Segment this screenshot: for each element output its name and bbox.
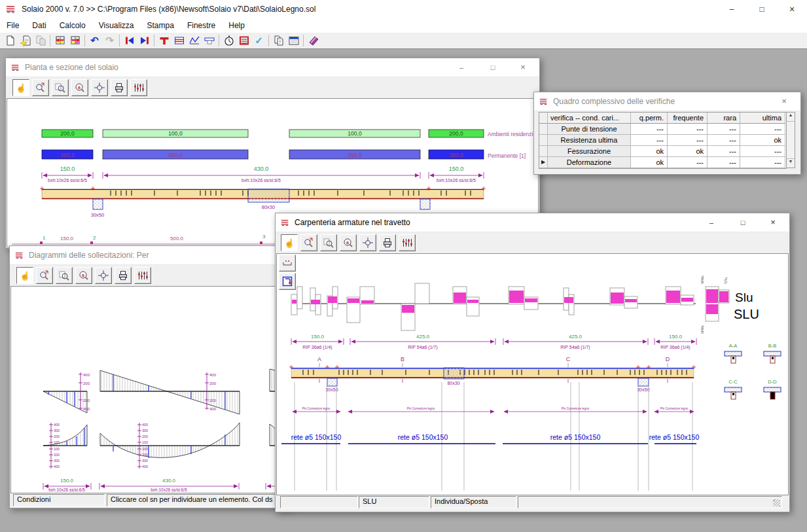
col-rara[interactable]: rara [708, 113, 740, 124]
close-icon[interactable]: × [758, 213, 788, 231]
check-calc-button[interactable]: ✓ [251, 33, 266, 48]
section-view-button[interactable] [156, 33, 171, 48]
diagrams-view-button[interactable] [187, 33, 202, 48]
display-options-button[interactable] [134, 267, 151, 284]
svg-text:200: 200 [209, 399, 217, 402]
svg-text:RIP 36a6 (1/4): RIP 36a6 (1/4) [302, 345, 332, 350]
menu-help[interactable]: Help [222, 18, 251, 33]
edit-data-icon [20, 35, 31, 46]
svg-text:C: C [566, 356, 571, 363]
zoom-dynamic-button[interactable] [300, 234, 317, 251]
center-view-button[interactable] [91, 79, 108, 96]
col-ultima[interactable]: ultima [740, 113, 785, 124]
minimize-icon[interactable]: – [696, 213, 726, 231]
table-next-button[interactable] [67, 33, 82, 48]
window-icon [10, 63, 20, 72]
undo-button[interactable]: ↶ [87, 33, 102, 48]
svg-text:300: 300 [142, 429, 148, 433]
slu-label-big: SLU [734, 307, 759, 321]
section-tool-button[interactable] [279, 255, 296, 272]
resize-grip[interactable] [773, 499, 780, 506]
svg-text:rete ø5 150x150: rete ø5 150x150 [398, 433, 448, 441]
menu-dati[interactable]: Dati [26, 18, 52, 33]
svg-text:Pin Connettore legno: Pin Connettore legno [407, 407, 435, 410]
printer-icon [382, 237, 393, 249]
print-pages-button[interactable] [271, 33, 286, 48]
rotate-tool-button[interactable] [279, 273, 296, 290]
print-button[interactable] [111, 79, 128, 96]
col-qperm[interactable]: q.perm. [631, 113, 668, 124]
crosshair-icon [98, 270, 109, 281]
carpenteria-titlebar[interactable]: Carpenteria armature nel travetto – □ × [276, 213, 789, 232]
col-frequente[interactable]: frequente [668, 113, 708, 124]
next-element-button[interactable] [137, 33, 152, 48]
zoom-dynamic-button[interactable] [32, 79, 49, 96]
main-titlebar[interactable]: Solaio 2000 v. 7.0 >> C:\Program Files (… [0, 0, 807, 18]
zoom-window-icon [323, 237, 334, 249]
verifiche-view-button[interactable] [236, 33, 251, 48]
minimize-icon[interactable]: – [446, 58, 476, 76]
scroll-down-icon[interactable]: ▼ [787, 158, 795, 168]
pan-hand-button[interactable]: ☝ [12, 79, 29, 96]
copy-data-button[interactable] [33, 33, 48, 48]
maximize-icon[interactable]: □ [728, 213, 758, 231]
table-prev-button[interactable] [52, 33, 67, 48]
display-options-button[interactable] [399, 234, 416, 251]
redo-button[interactable]: ↷ [102, 33, 117, 48]
carpenteria-view-button[interactable] [171, 33, 187, 48]
table-row[interactable]: Punte di tensione --- --- --- --- [539, 124, 787, 135]
first-element-button[interactable] [122, 33, 137, 48]
close-icon[interactable]: × [769, 92, 799, 110]
pianta-titlebar[interactable]: Pianta e sezione del solaio – □ × [6, 58, 539, 77]
calc-time-button[interactable] [221, 33, 236, 48]
svg-text:2: 2 [93, 235, 96, 241]
menu-stampa[interactable]: Stampa [141, 18, 181, 33]
carpenteria-canvas[interactable]: M/Mu T/Tu M/Mu Slu SLU 150.0 425.0 425.0 [276, 253, 789, 495]
print-button[interactable] [379, 234, 396, 251]
center-view-button[interactable] [359, 234, 376, 251]
zoom-dynamic-button[interactable] [36, 267, 53, 284]
maximize-icon[interactable]: □ [478, 58, 508, 76]
menu-file[interactable]: File [0, 18, 26, 33]
zoom-text-button[interactable]: a [340, 234, 357, 251]
table-row-selected[interactable]: ▶ Deformazione ok --- --- --- [539, 157, 787, 168]
pan-hand-button[interactable]: ☝ [16, 267, 33, 284]
scroll-up-icon[interactable]: ▲ [787, 113, 795, 122]
zoom-text-button[interactable]: a [71, 79, 88, 96]
results-window-icon [288, 35, 300, 46]
hand-icon: ☝ [284, 238, 295, 248]
menu-visualizza[interactable]: Visualizza [92, 18, 141, 33]
pan-hand-button[interactable]: ☝ [281, 234, 298, 251]
quadro-titlebar[interactable]: Quadro complessivo delle verifiche × [534, 92, 800, 111]
menu-finestre[interactable]: Finestre [181, 18, 222, 33]
close-icon[interactable]: × [508, 58, 538, 76]
diagrammi-canvas[interactable]: 400 200 200 400 400 200 200 400 400 300 [10, 286, 291, 493]
print-button[interactable] [115, 267, 132, 284]
svg-text:150.0: 150.0 [311, 334, 325, 340]
menu-calcolo[interactable]: Calcolo [53, 18, 92, 33]
col-verifica[interactable]: verifica -- cond. cari... [548, 113, 631, 124]
cut-lines [295, 382, 692, 491]
app-icon [5, 5, 16, 14]
table-row[interactable]: Resistenza ultima --- --- --- ok [539, 135, 787, 146]
table-scrollbar[interactable]: ▲ ▼ [786, 112, 795, 168]
zoom-window-button[interactable] [52, 79, 69, 96]
close-icon[interactable]: × [777, 0, 807, 18]
center-view-button[interactable] [95, 267, 112, 284]
help-button[interactable] [306, 33, 321, 48]
display-options-button[interactable] [130, 79, 147, 96]
minimize-icon[interactable]: – [717, 0, 747, 18]
beam-view-button[interactable] [202, 33, 217, 48]
results-window-button[interactable] [286, 33, 301, 48]
new-document-button[interactable] [3, 33, 18, 48]
zoom-window-button[interactable] [320, 234, 337, 251]
svg-text:1: 1 [43, 235, 46, 241]
toolbar-separator [303, 35, 304, 46]
zoom-text-button[interactable]: a [75, 267, 92, 284]
table-row[interactable]: Fessurazione ok ok --- --- [539, 146, 787, 157]
diagrammi-titlebar[interactable]: Diagrammi delle sollecitazioni: Per [10, 246, 291, 265]
zoom-dynamic-icon [35, 82, 46, 94]
maximize-icon[interactable]: □ [747, 0, 777, 18]
zoom-window-button[interactable] [56, 267, 73, 284]
edit-data-button[interactable] [18, 33, 33, 48]
